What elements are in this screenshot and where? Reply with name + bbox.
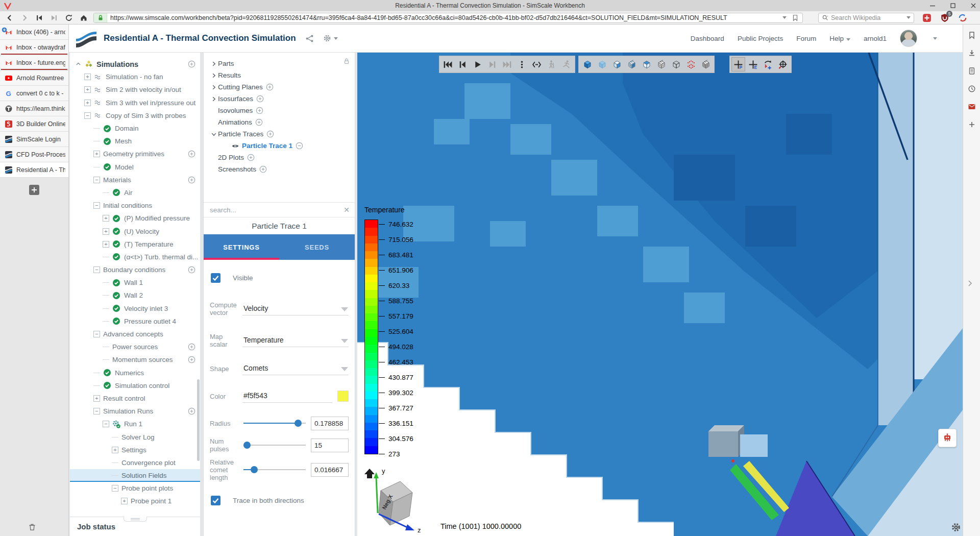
tree-item-simulations[interactable]: Simulations <box>70 58 200 70</box>
num-pulses-slider[interactable] <box>243 442 306 449</box>
cube-grid-button[interactable] <box>699 57 713 71</box>
slider-thumb[interactable] <box>251 466 258 473</box>
tree-item-probe-point-1[interactable]: +Probe point 1 <box>70 495 200 507</box>
bookmark-flag-icon[interactable] <box>792 14 799 21</box>
tree-item-u-velocity[interactable]: +(U) Velocity <box>70 225 200 237</box>
add-icon[interactable] <box>256 95 264 103</box>
add-icon[interactable] <box>247 154 255 161</box>
tree-item-probe-point-plots[interactable]: −Probe point plots <box>70 482 200 495</box>
tree-item-momentum-sources[interactable]: Momentum sources <box>70 353 200 366</box>
nav-forum[interactable]: Forum <box>796 35 816 42</box>
user-avatar[interactable] <box>900 30 917 47</box>
collapse-icon[interactable]: − <box>103 421 109 427</box>
skip-start-button[interactable] <box>441 57 455 71</box>
add-icon[interactable] <box>256 107 263 114</box>
tree-item-simulation-runs[interactable]: −Simulation Runs <box>70 405 200 418</box>
reload-button[interactable] <box>63 13 75 23</box>
collapse-icon[interactable]: − <box>93 202 100 209</box>
tree-item-velocity-inlet-3[interactable]: Velocity inlet 3 <box>70 302 200 315</box>
nav-help[interactable]: Help <box>829 35 850 42</box>
tree-item-solver-log[interactable]: Solver Log <box>70 430 200 443</box>
step-forward-button[interactable] <box>485 57 499 71</box>
post-item-particle-trace-1[interactable]: Particle Trace 1 <box>204 140 355 152</box>
add-button[interactable] <box>188 266 195 274</box>
search-engine-caret[interactable] <box>906 16 911 19</box>
url-dropdown-caret[interactable] <box>782 16 787 19</box>
tree-scrollbar[interactable] <box>197 379 200 461</box>
add-icon[interactable] <box>266 130 274 138</box>
tree-item-simulation-no-fan[interactable]: +Simulation - no fan <box>70 70 200 83</box>
chevron-down-icon[interactable] <box>211 131 218 137</box>
add-button[interactable] <box>188 150 195 158</box>
browser-tab-residential-a-the[interactable]: Residential A - The <box>0 162 68 178</box>
cube-shaded-button[interactable] <box>640 57 653 71</box>
tree-item-pressure-outlet-4[interactable]: Pressure outlet 4 <box>70 315 200 328</box>
relative-comet-length-input[interactable] <box>311 463 349 477</box>
expand-icon[interactable]: + <box>84 86 91 93</box>
expand-icon[interactable]: + <box>112 447 118 453</box>
tree-item-t-temperature[interactable]: +(T) Temperature <box>70 238 200 251</box>
panel-drag-handle[interactable] <box>124 517 147 522</box>
home-button[interactable] <box>78 13 89 23</box>
browser-tab-3d-builder-online-s[interactable]: 3D Builder Online S <box>0 116 68 132</box>
browser-search-box[interactable]: Search Wikipedia <box>818 13 914 23</box>
viewport-settings-gear-icon[interactable] <box>951 522 961 532</box>
color-input[interactable]: #f5f543 <box>242 389 332 403</box>
expand-icon[interactable]: + <box>93 395 100 402</box>
add-button[interactable] <box>188 60 195 68</box>
tab-settings[interactable]: SETTINGS <box>204 234 279 260</box>
share-icon[interactable] <box>305 34 314 43</box>
cube-surface-button[interactable] <box>610 57 624 71</box>
chevron-right-icon[interactable] <box>211 84 218 90</box>
tree-item-numerics[interactable]: Numerics <box>70 367 200 379</box>
chevron-right-icon[interactable] <box>211 61 218 67</box>
tree-item-model[interactable]: Model <box>70 161 200 174</box>
collapse-icon[interactable]: − <box>112 485 118 492</box>
tab-seeds[interactable]: SEEDS <box>279 234 355 260</box>
step-back-button[interactable] <box>456 57 470 71</box>
tree-item-simulation-control[interactable]: Simulation control <box>70 379 200 392</box>
num-pulses-input[interactable] <box>311 438 349 452</box>
download-panel-icon[interactable] <box>967 48 976 58</box>
trace-both-directions-checkbox[interactable] <box>211 496 220 505</box>
search-placeholder[interactable]: Search Wikipedia <box>828 14 906 21</box>
expand-icon[interactable]: + <box>103 228 109 235</box>
tree-item-settings[interactable]: +Settings <box>70 444 200 456</box>
browser-tab-inbox-406-arnold[interactable]: Inbox (406) - arnold <box>0 25 68 40</box>
radius-input[interactable] <box>311 417 349 430</box>
rewind-button[interactable] <box>34 13 45 23</box>
play-button[interactable] <box>471 57 484 71</box>
collapse-icon[interactable]: − <box>93 331 100 337</box>
post-item-animations[interactable]: Animations <box>204 116 355 128</box>
tree-item-sim-2-with-velocity-in-out[interactable]: +Sim 2 with velocity in/out <box>70 83 200 96</box>
fast-forward-button[interactable] <box>48 13 60 23</box>
tree-item-copy-of-sim-3-with-probes[interactable]: −Copy of Sim 3 with probes <box>70 109 200 122</box>
post-item-cutting-planes[interactable]: Cutting Planes <box>204 81 355 93</box>
visibility-eye-icon[interactable] <box>231 142 239 150</box>
cube-solid-button[interactable] <box>580 57 594 71</box>
map-scalar-select[interactable]: Temperature <box>242 334 349 347</box>
post-item-screenshots[interactable]: Screenshots <box>204 163 355 175</box>
tree-item-p-modified-pressure[interactable]: +(P) Modified pressure <box>70 212 200 225</box>
collapse-icon[interactable]: − <box>93 266 100 273</box>
add-button[interactable] <box>188 176 195 184</box>
cube-translucent-button[interactable] <box>595 57 609 71</box>
user-name[interactable]: arnold1 <box>864 35 887 42</box>
bookmark-panel-icon[interactable] <box>967 31 976 40</box>
sync-extension-icon[interactable] <box>958 13 967 22</box>
add-button[interactable] <box>188 343 195 351</box>
user-menu-chevron-icon[interactable] <box>933 37 937 40</box>
project-settings-gear-icon[interactable] <box>323 34 338 42</box>
clear-search-icon[interactable]: ✕ <box>344 206 350 214</box>
cube-wireframe-button[interactable] <box>669 57 683 71</box>
browser-tab-https-learn-thinkifi[interactable]: https://learn.thinkifi <box>0 101 68 116</box>
add-button[interactable] <box>188 407 195 415</box>
expand-icon[interactable]: + <box>121 498 128 504</box>
pick-point-button[interactable]: P <box>731 57 745 71</box>
expand-icon[interactable]: + <box>103 241 109 248</box>
trace-path-button[interactable] <box>530 57 544 71</box>
add-icon[interactable] <box>259 165 267 173</box>
new-tab-button[interactable] <box>29 185 39 195</box>
nav-dashboard[interactable]: Dashboard <box>691 35 724 42</box>
reading-list-panel-icon[interactable] <box>967 66 976 76</box>
